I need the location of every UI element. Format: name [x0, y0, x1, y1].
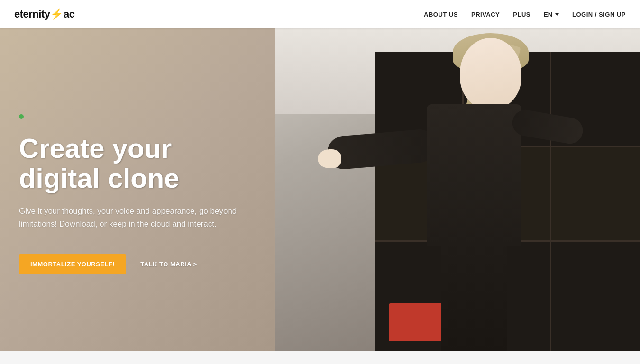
- status-dot: [19, 114, 24, 119]
- hero-section: Create your digital clone Give it your t…: [0, 28, 640, 351]
- logo-suffix: ac: [64, 8, 74, 20]
- torso: [427, 104, 521, 246]
- lang-label: EN: [544, 11, 552, 18]
- hero-title-line2: digital clone: [19, 163, 179, 193]
- hero-bg-right: [275, 28, 640, 351]
- logo-bolt: ⚡: [50, 8, 63, 20]
- bottom-section: Chat with Influencers: [0, 351, 640, 364]
- nav-plus[interactable]: PLUS: [513, 11, 530, 18]
- talk-to-maria-button[interactable]: TALK TO MARIA >: [140, 261, 197, 268]
- nav-about[interactable]: ABOUT US: [424, 11, 458, 18]
- hand-left: [318, 149, 341, 168]
- chevron-down-icon: [555, 13, 559, 16]
- nav-privacy[interactable]: PRIVACY: [471, 11, 500, 18]
- header: eternity⚡ac ABOUT US PRIVACY PLUS EN LOG…: [0, 0, 640, 28]
- legs: [441, 244, 507, 351]
- hero-title-line1: Create your: [19, 133, 172, 164]
- person-figure: [313, 28, 597, 351]
- hero-cta-group: IMMORTALIZE YOURSELF! TALK TO MARIA >: [19, 254, 256, 274]
- main-nav: ABOUT US PRIVACY PLUS EN LOGIN / SIGN UP: [424, 11, 626, 18]
- logo[interactable]: eternity⚡ac: [14, 8, 74, 20]
- immortalize-button[interactable]: IMMORTALIZE YOURSELF!: [19, 254, 126, 274]
- hero-content: Create your digital clone Give it your t…: [0, 28, 275, 351]
- head: [460, 38, 521, 109]
- hero-title: Create your digital clone: [19, 133, 256, 194]
- logo-text: eternity: [14, 8, 50, 20]
- login-button[interactable]: LOGIN / SIGN UP: [572, 11, 626, 18]
- language-selector[interactable]: EN: [544, 11, 559, 18]
- arm-left-extended: [326, 128, 437, 171]
- hero-subtitle: Give it your thoughts, your voice and ap…: [19, 205, 247, 230]
